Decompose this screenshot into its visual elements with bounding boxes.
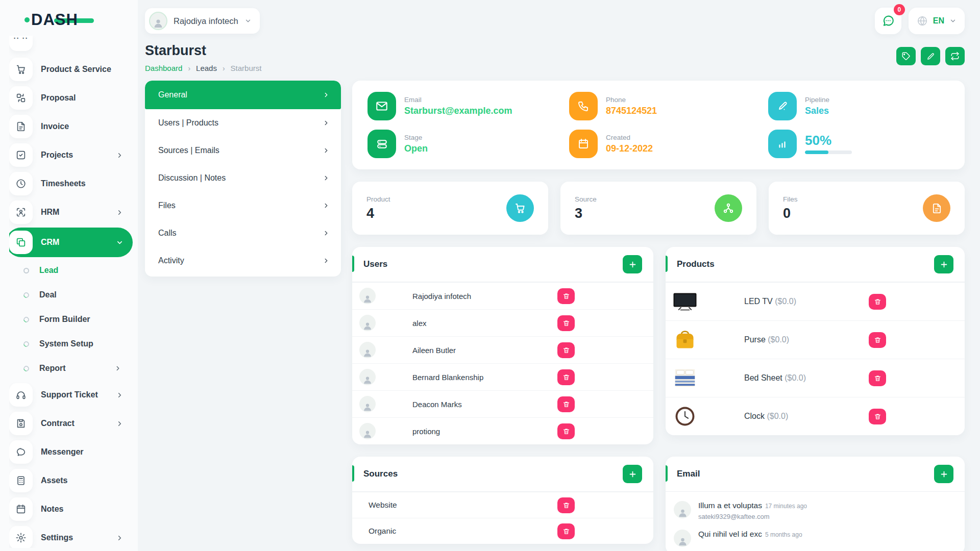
delete-user-button[interactable] bbox=[557, 423, 575, 439]
chevron-down-icon bbox=[116, 239, 124, 246]
email-header: Email bbox=[666, 457, 965, 491]
email-subject: Illum a et voluptas bbox=[698, 501, 762, 510]
sources-card: Sources Website Organic bbox=[352, 457, 653, 544]
sidebar-item-hrm[interactable]: HRM bbox=[9, 198, 138, 227]
phone-icon bbox=[569, 92, 598, 120]
tab-general[interactable]: General bbox=[145, 81, 341, 109]
user-name: Deacon Marks bbox=[412, 400, 462, 409]
email-address: sateki9329@kaftee.com bbox=[698, 513, 807, 520]
hrm-icon bbox=[9, 201, 33, 224]
product-image-tv bbox=[673, 291, 697, 312]
sidebar-item-assets[interactable]: Assets bbox=[9, 466, 138, 495]
app-logo[interactable]: DASH bbox=[24, 7, 116, 33]
projects-icon bbox=[9, 143, 33, 167]
labels-button[interactable] bbox=[896, 47, 916, 65]
sidebar-item-contract[interactable]: Contract bbox=[9, 409, 138, 438]
trash-icon bbox=[562, 292, 570, 300]
sidebar-subitem-deal[interactable]: Deal bbox=[9, 283, 138, 307]
app-root: DASH Product & Service Proposal bbox=[0, 0, 980, 551]
sidebar-item-label: Timesheets bbox=[41, 179, 86, 188]
lead-section-menu: General Users | Products Sources | Email… bbox=[145, 81, 341, 277]
clock-icon bbox=[9, 172, 33, 195]
chevron-right-icon bbox=[116, 209, 124, 216]
share-nodes-icon bbox=[715, 194, 742, 222]
delete-user-button[interactable] bbox=[557, 315, 575, 331]
delete-source-button[interactable] bbox=[557, 497, 575, 513]
workspace-switcher[interactable]: Rajodiya infotech bbox=[145, 8, 260, 34]
tab-label: General bbox=[158, 90, 187, 99]
tab-sources-emails[interactable]: Sources | Emails bbox=[145, 137, 341, 164]
progress-bar-fill bbox=[805, 151, 828, 154]
source-row: Website bbox=[352, 492, 653, 518]
delete-product-button[interactable] bbox=[869, 370, 886, 386]
field-value: 09-12-2022 bbox=[606, 143, 653, 154]
progress-bar bbox=[805, 151, 852, 154]
sidebar-subitem-report[interactable]: Report bbox=[9, 356, 138, 381]
add-product-button[interactable] bbox=[934, 255, 953, 273]
add-email-button[interactable] bbox=[934, 465, 953, 483]
notifications-button[interactable]: 0 bbox=[875, 8, 901, 34]
envelope-icon bbox=[368, 92, 396, 120]
avatar bbox=[674, 530, 691, 547]
add-user-button[interactable] bbox=[623, 255, 642, 273]
sidebar-subitem-system-setup[interactable]: System Setup bbox=[9, 332, 138, 356]
product-image-purse bbox=[673, 329, 697, 350]
calendar-icon bbox=[569, 130, 598, 158]
tab-activity[interactable]: Activity bbox=[145, 247, 341, 274]
tab-calls[interactable]: Calls bbox=[145, 219, 341, 247]
sidebar-item-messenger[interactable]: Messenger bbox=[9, 438, 138, 466]
convert-button[interactable] bbox=[945, 47, 965, 65]
users-products-row: Users Rajodiya infotech bbox=[352, 247, 965, 444]
user-name: Rajodiya infotech bbox=[412, 292, 471, 300]
topbar-right: 0 EN bbox=[875, 8, 965, 34]
sidebar-subitem-form-builder[interactable]: Form Builder bbox=[9, 307, 138, 332]
email-body: Qui nihil vel id exc5 months ago bbox=[698, 530, 802, 547]
stat-label: Source bbox=[575, 195, 597, 203]
proposal-icon bbox=[9, 86, 33, 110]
delete-user-button[interactable] bbox=[557, 288, 575, 304]
delete-user-button[interactable] bbox=[557, 396, 575, 412]
edit-button[interactable] bbox=[921, 47, 940, 65]
product-name-text: Bed Sheet bbox=[744, 373, 782, 382]
sidebar-item-notes[interactable]: Notes bbox=[9, 495, 138, 523]
tab-files[interactable]: Files bbox=[145, 192, 341, 219]
trash-icon bbox=[562, 400, 570, 408]
trash-icon bbox=[562, 373, 570, 381]
sources-email-row: Sources Website Organic bbox=[352, 457, 965, 551]
sidebar-item-product-service[interactable]: Product & Service bbox=[9, 55, 138, 84]
sidebar-item-invoice[interactable]: Invoice bbox=[9, 112, 138, 141]
field-value: 8745124521 bbox=[606, 106, 657, 116]
product-name-text: Purse bbox=[744, 335, 766, 344]
source-row: Organic bbox=[352, 518, 653, 544]
delete-product-button[interactable] bbox=[869, 409, 886, 424]
language-selector[interactable]: EN bbox=[909, 8, 965, 34]
repeat-icon bbox=[950, 52, 960, 61]
sidebar-item-crm[interactable]: CRM bbox=[9, 228, 133, 257]
field-label: Stage bbox=[404, 134, 428, 141]
delete-user-button[interactable] bbox=[557, 342, 575, 358]
sidebar-item-label: Product & Service bbox=[41, 65, 111, 74]
sidebar-item-projects[interactable]: Projects bbox=[9, 141, 138, 169]
globe-icon bbox=[917, 15, 928, 27]
breadcrumb-leads[interactable]: Leads bbox=[196, 64, 217, 72]
sidebar-subitem-lead[interactable]: Lead bbox=[9, 258, 138, 283]
sidebar-item-timesheets[interactable]: Timesheets bbox=[9, 169, 138, 198]
tag-icon bbox=[901, 52, 911, 61]
main-column: Email Starburst@example.com Phone 874512… bbox=[352, 81, 965, 551]
delete-product-button[interactable] bbox=[869, 294, 886, 310]
sidebar-item-proposal[interactable]: Proposal bbox=[9, 84, 138, 112]
tab-users-products[interactable]: Users | Products bbox=[145, 109, 341, 137]
bullet-icon bbox=[23, 268, 29, 273]
avatar bbox=[359, 315, 376, 331]
tab-discussion-notes[interactable]: Discussion | Notes bbox=[145, 164, 341, 192]
sidebar-item-settings[interactable]: Settings bbox=[9, 523, 138, 548]
delete-product-button[interactable] bbox=[869, 332, 886, 348]
sidebar-item-support-ticket[interactable]: Support Ticket bbox=[9, 381, 138, 409]
sidebar-subitem-label: Form Builder bbox=[39, 315, 90, 324]
delete-source-button[interactable] bbox=[557, 523, 575, 539]
users-card: Users Rajodiya infotech bbox=[352, 247, 653, 444]
delete-user-button[interactable] bbox=[557, 369, 575, 385]
breadcrumb-dashboard[interactable]: Dashboard bbox=[145, 64, 182, 72]
add-source-button[interactable] bbox=[623, 465, 642, 483]
field-label: Created bbox=[606, 134, 653, 141]
